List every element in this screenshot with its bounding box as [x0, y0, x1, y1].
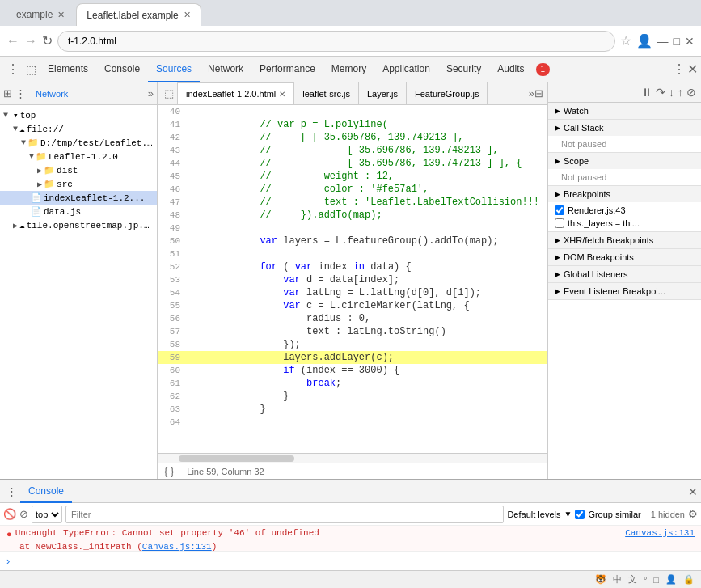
tab-sources[interactable]: Sources — [148, 57, 200, 82]
account-button[interactable]: 👤 — [636, 33, 652, 49]
error-icon: ● — [6, 529, 12, 539]
breakpoint-check-renderer[interactable] — [555, 205, 564, 215]
console-filter-input[interactable] — [65, 506, 504, 523]
section-watch-header[interactable]: ▶ Watch — [548, 103, 701, 119]
error-link[interactable]: Canvas.js:131 — [625, 528, 695, 538]
tab-elements[interactable]: Elements — [40, 57, 96, 82]
console-scroll-lock-btn[interactable]: ⊘ — [19, 508, 28, 520]
section-dom-header[interactable]: ▶ DOM Breakpoints — [548, 249, 701, 265]
file-icon-data: 📄 — [31, 206, 42, 217]
editor-tab-index-close[interactable]: ✕ — [279, 90, 285, 99]
console-tab-console[interactable]: Console — [20, 480, 72, 503]
left-panel-expand-btn[interactable]: » — [148, 87, 154, 99]
forward-button[interactable]: → — [24, 34, 37, 49]
tab-leaflet[interactable]: Leaflet.label example ✕ — [76, 3, 201, 26]
close-window-button[interactable]: ✕ — [685, 35, 695, 48]
editor-tab-layer[interactable]: Layer.js — [359, 82, 407, 105]
tab-memory[interactable]: Memory — [323, 57, 374, 82]
tree-item-leaflet-folder[interactable]: ▼ 📁 Leaflet-1.2.0 — [0, 150, 157, 163]
tree-item-dist[interactable]: ▶ 📁 dist — [0, 163, 157, 177]
code-area[interactable]: 40 41 // var p = L.polyline( 42 — [158, 105, 547, 453]
step-over-btn[interactable]: ↷ — [656, 86, 665, 99]
error-badge: 1 — [536, 63, 551, 76]
devtools-inspect-btn[interactable]: ⬚ — [23, 63, 40, 76]
console-close-btn[interactable]: ✕ — [688, 485, 698, 498]
section-scope-content: Not paused — [548, 169, 701, 185]
editor-back-btn[interactable]: ⬚ — [161, 87, 177, 99]
breakpoint-item-renderer[interactable]: Renderer.js:43 — [551, 204, 698, 217]
browser-window: example ✕ Leaflet.label example ✕ ← → ↻ … — [0, 0, 701, 588]
dom-label: DOM Breakpoints — [564, 252, 634, 262]
section-global-header[interactable]: ▶ Global Listeners — [548, 266, 701, 282]
breakpoint-text-renderer: Renderer.js:43 — [568, 205, 626, 215]
minimize-button[interactable]: — — [657, 35, 669, 48]
line-num-47: 47 — [158, 197, 187, 207]
section-event-header[interactable]: ▶ Event Listener Breakpoi... — [548, 283, 701, 299]
tree-item-data[interactable]: 📄 data.js — [0, 205, 157, 218]
section-callstack-header[interactable]: ▶ Call Stack — [548, 120, 701, 136]
tab-performance[interactable]: Performance — [251, 57, 323, 82]
console-settings-btn[interactable]: ⋮ — [3, 485, 20, 497]
editor-tab-leaflet-src[interactable]: leaflet-src.js — [294, 82, 359, 105]
devtools-drawer-btn[interactable]: ⋮ — [3, 61, 23, 77]
tab-example[interactable]: example ✕ — [6, 3, 74, 26]
console-context-select[interactable]: top — [32, 506, 62, 523]
stack-link-1[interactable]: Canvas.js:131 — [142, 542, 212, 551]
editor-tab-index[interactable]: indexLeaflet-1.2.0.html ✕ — [177, 82, 294, 105]
console-input[interactable] — [13, 556, 695, 567]
levels-dropdown-icon: ▼ — [564, 510, 572, 518]
xhr-label: XHR/fetch Breakpoints — [564, 235, 653, 245]
devtools-more-btn[interactable]: ⋮ — [673, 61, 686, 77]
editor-panel-toggle[interactable]: ⊟ — [534, 87, 543, 99]
left-tab-network[interactable]: Network — [29, 87, 74, 100]
tree-item-top[interactable]: ▼ ▾ top — [0, 108, 157, 122]
tab-audits[interactable]: Audits — [489, 57, 532, 82]
console-settings-gear-btn[interactable]: ⚙ — [688, 508, 698, 520]
section-breakpoints-header[interactable]: ▶ Breakpoints — [548, 186, 701, 202]
section-xhr-header[interactable]: ▶ XHR/fetch Breakpoints — [548, 232, 701, 248]
left-panel-sync-btn[interactable]: ⊞ — [3, 87, 12, 99]
tree-item-file[interactable]: ▼ ☁ file:// — [0, 122, 157, 136]
back-button[interactable]: ← — [6, 34, 19, 49]
line-num-52: 52 — [158, 262, 187, 272]
tab-security[interactable]: Security — [438, 57, 489, 82]
maximize-button[interactable]: □ — [674, 35, 680, 48]
tab-example-close[interactable]: ✕ — [57, 10, 65, 20]
tab-console[interactable]: Console — [96, 57, 148, 82]
section-xhr: ▶ XHR/fetch Breakpoints — [548, 232, 701, 249]
url-input[interactable] — [57, 31, 615, 52]
section-scope-header[interactable]: ▶ Scope — [548, 153, 701, 169]
tree-item-index[interactable]: 📄 indexLeaflet-1.2... — [0, 191, 157, 205]
status-icon-tiger: 🐯 — [595, 574, 606, 585]
devtools-close-btn[interactable]: ✕ — [687, 61, 698, 77]
step-into-btn[interactable]: ↓ — [669, 86, 674, 99]
line-num-44: 44 — [158, 159, 187, 168]
tree-item-d-folder[interactable]: ▼ 📁 D:/tmp/test/Leaflet... — [0, 136, 157, 150]
editor-tab-featuregroup[interactable]: FeatureGroup.js — [407, 82, 488, 105]
line-content-43: // [ 35.696786, 139.748213 ], — [187, 145, 547, 156]
folder-icon-d: 📁 — [27, 137, 39, 148]
code-line-56: 56 radius : 0, — [158, 312, 547, 325]
bookmark-button[interactable]: ☆ — [620, 33, 631, 49]
group-similar-checkbox[interactable] — [575, 510, 585, 519]
tree-item-tile[interactable]: ▶ ☁ tile.openstreetmap.jp... — [0, 218, 157, 232]
stack-trace: at NewClass._initPath (Canvas.js:131) at… — [0, 541, 701, 551]
tab-bar: example ✕ Leaflet.label example ✕ — [0, 0, 701, 26]
tab-leaflet-close[interactable]: ✕ — [184, 10, 191, 20]
breakpoint-check-thislayers[interactable] — [555, 218, 564, 228]
code-hscroll[interactable] — [158, 453, 547, 463]
breakpoint-item-thislayers[interactable]: this._layers = thi... — [551, 217, 698, 230]
refresh-button[interactable]: ↻ — [42, 33, 53, 49]
tree-item-src[interactable]: ▶ 📁 src — [0, 177, 157, 191]
code-line-52: 52 for ( var index in data) { — [158, 260, 547, 273]
deactivate-breakpoints-btn[interactable]: ⊘ — [686, 86, 696, 99]
tab-network[interactable]: Network — [200, 57, 251, 82]
address-bar: ← → ↻ ☆ 👤 — □ ✕ — [0, 26, 701, 57]
step-out-btn[interactable]: ↑ — [678, 86, 683, 99]
console-clear-btn[interactable]: 🚫 — [3, 508, 16, 520]
pause-btn[interactable]: ⏸ — [641, 86, 652, 99]
line-content-46: // color : '#fe57a1', — [187, 184, 547, 195]
tab-application[interactable]: Application — [374, 57, 438, 82]
left-panel-more-btn[interactable]: ⋮ — [15, 87, 26, 99]
editor-tabs-more[interactable]: » — [529, 87, 534, 99]
